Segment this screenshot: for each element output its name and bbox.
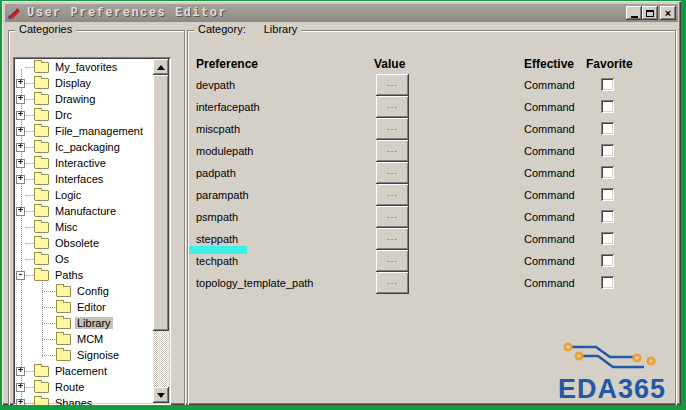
value-browse-button[interactable]: ... [376,272,409,294]
favorite-checkbox[interactable] [601,254,614,267]
value-browse-button[interactable]: ... [376,206,409,228]
tree-item-drc[interactable]: +Drc [15,107,151,123]
scroll-down-button[interactable] [153,387,169,403]
tree-item-file-management[interactable]: +File_management [15,123,151,139]
preference-name: psmpath [196,211,238,223]
tree-item-shapes[interactable]: +Shapes [15,395,151,405]
tree-toggle-icon[interactable]: + [16,79,25,88]
tree-item-drawing[interactable]: +Drawing [15,91,151,107]
window-controls: × [626,6,676,20]
preference-name: steppath [196,233,238,245]
tree-connector [25,163,33,164]
tree-connector [25,147,33,148]
folder-icon [56,350,71,361]
scrollbar-thumb[interactable] [153,75,169,331]
categories-groupbox: Categories My_favorites +Display +Drawin… [8,30,185,405]
folder-icon [34,382,49,393]
tree-item-label: Drawing [53,93,97,105]
value-browse-button[interactable]: ... [376,118,409,140]
value-browse-button[interactable]: ... [376,162,409,184]
app-icon [7,6,21,20]
tree-toggle-icon[interactable]: + [16,143,25,152]
folder-icon [34,254,49,265]
tree-item-label: Library [75,317,113,329]
tree-item-logic[interactable]: Logic [15,187,151,203]
value-browse-button[interactable]: ... [376,250,409,272]
tree-toggle-icon[interactable]: + [16,95,25,104]
tree-toggle-icon[interactable]: + [16,383,25,392]
effective-value: Command [524,145,575,157]
effective-value: Command [524,123,575,135]
tree-item-misc[interactable]: Misc [15,219,151,235]
title-bar[interactable]: User Preferences Editor × [5,4,678,22]
eda365-logo: EDA365 [556,335,674,402]
folder-icon [34,78,49,89]
minimize-button[interactable] [626,6,642,20]
favorite-checkbox[interactable] [601,188,614,201]
tree-toggle-icon[interactable]: + [16,207,25,216]
tree-connector [25,275,33,276]
preference-row-miscpath: miscpath...Command [188,118,675,140]
tree-item-ic-packaging[interactable]: +Ic_packaging [15,139,151,155]
tree-item-placement[interactable]: +Placement [15,363,151,379]
tree-item-label: Shapes [53,397,94,405]
favorite-checkbox[interactable] [601,100,614,113]
tree-item-label: Os [53,253,71,265]
favorite-checkbox[interactable] [601,144,614,157]
folder-icon [34,270,49,281]
close-icon: × [665,8,671,19]
tree-connector [25,67,33,68]
tree-item-label: Interfaces [53,173,105,185]
tree-toggle-icon[interactable]: - [16,271,25,280]
preference-row-interfacepath: interfacepath...Command [188,96,675,118]
tree-toggle-icon[interactable]: + [16,111,25,120]
tree-item-label: Display [53,77,93,89]
effective-value: Command [524,211,575,223]
tree-item-interactive[interactable]: +Interactive [15,155,151,171]
favorite-checkbox[interactable] [601,122,614,135]
tree-toggle-icon[interactable]: + [16,367,25,376]
category-tree-listbox[interactable]: My_favorites +Display +Drawing +Drc +Fil… [13,57,171,405]
tree-toggle-icon[interactable]: + [16,399,25,406]
tree-item-editor[interactable]: Editor [15,299,151,315]
maximize-button[interactable] [642,6,658,20]
tree-toggle-icon[interactable]: + [16,159,25,168]
folder-icon [34,206,49,217]
value-browse-button[interactable]: ... [376,74,409,96]
tree-toggle-icon[interactable]: + [16,127,25,136]
effective-value: Command [524,189,575,201]
favorite-checkbox[interactable] [601,166,614,179]
favorite-checkbox[interactable] [601,276,614,289]
value-browse-button[interactable]: ... [376,140,409,162]
value-browse-button[interactable]: ... [376,184,409,206]
value-browse-button[interactable]: ... [376,228,409,250]
favorite-checkbox[interactable] [601,210,614,223]
tree-item-label: Logic [53,189,83,201]
folder-icon [34,142,49,153]
tree-item-label: Interactive [53,157,108,169]
tree-item-route[interactable]: +Route [15,379,151,395]
tree-item-config[interactable]: Config [15,283,151,299]
favorite-checkbox[interactable] [601,232,614,245]
close-button[interactable]: × [660,6,676,20]
tree-item-obsolete[interactable]: Obsolete [15,235,151,251]
effective-value: Command [524,79,575,91]
tree-item-paths[interactable]: -Paths [15,267,151,283]
tree-item-my-favorites[interactable]: My_favorites [15,59,151,75]
tree-item-manufacture[interactable]: +Manufacture [15,203,151,219]
tree-item-display[interactable]: +Display [15,75,151,91]
tree-item-label: File_management [53,125,145,137]
scroll-up-button[interactable] [153,59,169,75]
favorite-checkbox[interactable] [601,78,614,91]
tree-connector [42,291,55,292]
tree-item-signoise[interactable]: Signoise [15,347,151,363]
tree-item-interfaces[interactable]: +Interfaces [15,171,151,187]
tree-item-library[interactable]: Library [15,315,151,331]
tree-item-mcm[interactable]: MCM [15,331,151,347]
tree-connector [25,179,33,180]
preference-name: parampath [196,189,249,201]
tree-item-os[interactable]: Os [15,251,151,267]
tree-scrollbar[interactable] [153,59,169,403]
value-browse-button[interactable]: ... [376,96,409,118]
tree-toggle-icon[interactable]: + [16,175,25,184]
